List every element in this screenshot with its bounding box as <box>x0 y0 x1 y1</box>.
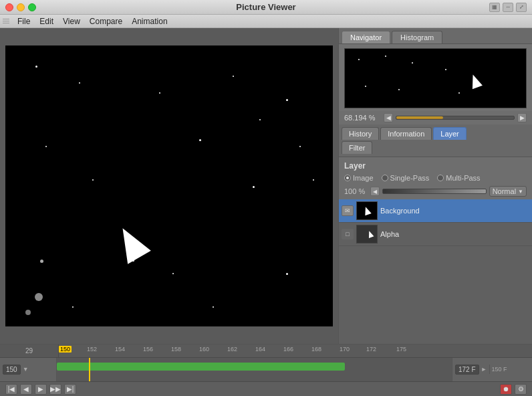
star <box>159 92 160 94</box>
layers-list: ✉ Background □ Alpha <box>339 199 532 344</box>
nav-thumb-bg <box>345 49 526 108</box>
radio-image[interactable]: Image <box>344 174 374 182</box>
timeline-area: 29 150 152 154 156 158 160 162 164 166 1… <box>0 344 532 381</box>
traffic-lights <box>5 3 36 11</box>
timeline-playhead <box>89 358 90 381</box>
divider <box>489 365 490 374</box>
layer-radios: Image Single-Pass Multi-Pass <box>344 174 527 182</box>
navigator-thumbnail <box>344 48 527 108</box>
ruler-mark-152: 152 <box>87 346 97 353</box>
layer-section-title: Layer <box>344 161 527 171</box>
zoom-bar: 68.194 % ◀ ▶ <box>339 111 532 124</box>
ruler-mark-175: 175 <box>396 346 406 353</box>
panel-icon[interactable]: ▦ <box>489 3 500 12</box>
zoom-slider-fill <box>396 116 443 119</box>
layer-tabs: History Information Layer <box>339 124 532 140</box>
nav-star <box>358 59 360 60</box>
playback-prev-button[interactable]: ◀ <box>20 384 32 395</box>
planet-med <box>25 310 31 315</box>
layer-item-background[interactable]: ✉ Background <box>339 199 532 223</box>
layer-visibility-background[interactable]: ✉ <box>342 205 354 216</box>
tab-histogram[interactable]: Histogram <box>392 31 442 43</box>
tab-history[interactable]: History <box>342 127 379 140</box>
layer-name-alpha: Alpha <box>380 230 529 238</box>
main-area: Navigator Histogram 68.194 % ◀ ▶ His <box>0 28 532 344</box>
nav-star <box>458 92 460 94</box>
ruler-mark-172: 172 <box>366 346 376 353</box>
time-end-label: 150 F <box>492 366 507 373</box>
menu-compare[interactable]: Compare <box>86 15 126 27</box>
zoom-value: 68.194 % <box>344 114 381 122</box>
star <box>313 179 314 181</box>
ruler-mark-150: 150 <box>59 346 72 353</box>
radio-single-pass-circle <box>382 175 388 181</box>
time-arrow-right[interactable]: ► <box>481 366 487 373</box>
menu-grip <box>3 17 9 26</box>
layer-item-alpha[interactable]: □ Alpha <box>339 223 532 246</box>
ruler-mark-170: 170 <box>340 346 350 353</box>
radio-image-circle <box>344 175 351 181</box>
ruler-mark-164: 164 <box>255 346 265 353</box>
timeline-right: 172 F ► 150 F <box>452 358 532 381</box>
time-display-172[interactable]: 172 F <box>455 365 479 375</box>
star <box>213 306 214 308</box>
timeline-ruler: 29 150 152 154 156 158 160 162 164 166 1… <box>0 344 532 358</box>
radio-single-pass[interactable]: Single-Pass <box>382 174 430 182</box>
nav-star <box>365 86 366 87</box>
titlebar: Picture Viewer ▦ ↔ ⤢ <box>0 0 532 15</box>
blend-mode-dropdown[interactable]: Normal ▼ <box>489 186 527 197</box>
playback-next-button[interactable]: ▶| <box>64 384 76 395</box>
planet <box>40 260 43 263</box>
menu-file[interactable]: File <box>13 15 34 27</box>
ruler-left-label: 29 <box>0 344 59 357</box>
minimize-button[interactable] <box>17 3 25 11</box>
playback-record-button[interactable]: ⏺ <box>500 384 512 395</box>
star <box>172 273 174 274</box>
close-button[interactable] <box>5 3 13 11</box>
layer-name-background: Background <box>380 207 529 215</box>
frame-arrow-down[interactable]: ▼ <box>23 366 29 373</box>
ruler-mark-158: 158 <box>171 346 181 353</box>
playback-controls: |◀ ◀ ▶ ▶▶ ▶| ⏺ ⚙ <box>0 381 532 396</box>
star <box>259 119 261 120</box>
timeline-green-bar <box>57 363 345 371</box>
maximize-button[interactable] <box>28 3 36 11</box>
menu-edit[interactable]: Edit <box>35 15 57 27</box>
star <box>35 66 37 68</box>
tab-navigator[interactable]: Navigator <box>342 31 390 43</box>
zoom-slider[interactable] <box>396 116 515 120</box>
playback-rewind-button[interactable]: |◀ <box>5 384 17 395</box>
dropdown-arrow-icon: ▼ <box>518 189 523 195</box>
frame-start-display[interactable]: 150 <box>3 365 21 375</box>
menubar: File Edit View Compare Animation <box>0 15 532 28</box>
ruler-mark-162: 162 <box>227 346 237 353</box>
radio-multi-pass[interactable]: Multi-Pass <box>437 174 480 182</box>
star <box>286 273 288 275</box>
playback-fast-forward-button[interactable]: ▶▶ <box>49 384 61 395</box>
nav-star <box>398 89 400 90</box>
layout-icon[interactable]: ↔ <box>503 3 513 12</box>
opacity-decrease-button[interactable]: ◀ <box>370 187 380 196</box>
menu-view[interactable]: View <box>59 15 84 27</box>
timeline-track[interactable] <box>57 358 452 381</box>
zoom-decrease-button[interactable]: ◀ <box>384 113 393 122</box>
ruler-mark-168: 168 <box>311 346 321 353</box>
star <box>72 306 74 308</box>
opacity-slider[interactable] <box>382 189 487 194</box>
nav-star <box>445 69 446 70</box>
tab-filter[interactable]: Filter <box>342 141 372 154</box>
menu-animation[interactable]: Animation <box>128 15 171 27</box>
star <box>79 82 80 84</box>
tab-layer[interactable]: Layer <box>433 127 467 140</box>
timeline-content: 150 ▼ 172 F ► 150 F <box>0 358 532 381</box>
zoom-increase-button[interactable]: ▶ <box>517 113 527 122</box>
playback-play-button[interactable]: ▶ <box>35 384 47 395</box>
playback-options-button[interactable]: ⚙ <box>515 384 527 395</box>
tab-information[interactable]: Information <box>380 127 432 140</box>
ruler-ticks: 150 152 154 156 158 160 162 164 166 168 … <box>59 344 532 357</box>
expand-icon[interactable]: ⤢ <box>516 3 527 12</box>
layer-visibility-alpha[interactable]: □ <box>342 229 354 239</box>
nav-star <box>412 62 413 64</box>
ruler-mark-160: 160 <box>199 346 209 353</box>
star <box>299 146 301 147</box>
